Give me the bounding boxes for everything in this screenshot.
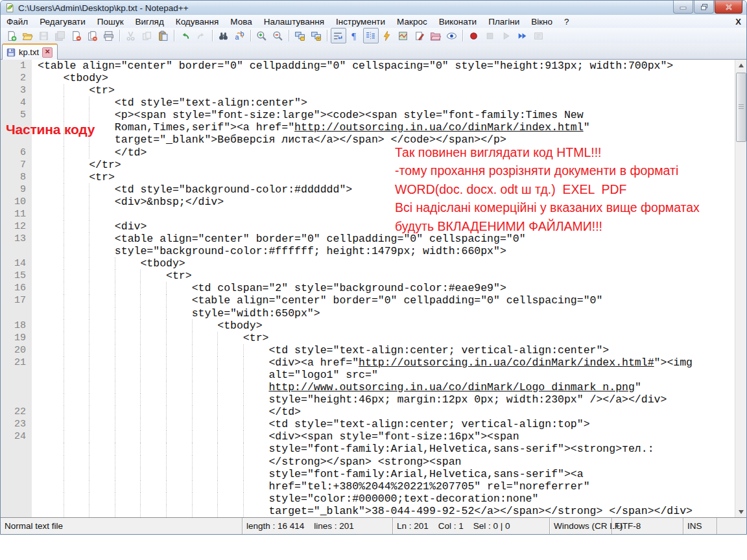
sync-horizontal-button[interactable] bbox=[309, 28, 324, 43]
vertical-scrollbar[interactable] bbox=[735, 60, 746, 517]
code-row[interactable]: 1<table align="center" border="0" cellpa… bbox=[1, 60, 735, 72]
save-all-button[interactable] bbox=[53, 28, 68, 43]
code-row[interactable]: 17 <table align="center" border="0" cell… bbox=[1, 294, 735, 307]
menu-item-settings[interactable]: Налаштування bbox=[258, 16, 330, 28]
code-row[interactable]: 20 <td style="text-align:center; vertica… bbox=[1, 344, 735, 356]
code-row[interactable]: Roman,Times,serif"><a href="http://outso… bbox=[1, 121, 735, 134]
zoom-out-button[interactable] bbox=[270, 28, 286, 43]
show-indent-guide-button[interactable] bbox=[363, 28, 379, 43]
line-number bbox=[1, 480, 32, 493]
editor-rows[interactable]: 1<table align="center" border="0" cellpa… bbox=[1, 60, 735, 517]
menu-item-encoding[interactable]: Кодування bbox=[170, 16, 224, 28]
code-row[interactable]: 4 <td style="text-align:center"> bbox=[1, 97, 735, 109]
document-map-button[interactable] bbox=[396, 28, 411, 43]
scrollbar-thumb[interactable] bbox=[736, 73, 746, 142]
indent-guide-line bbox=[166, 282, 167, 294]
menu-item-edit[interactable]: Редагувати bbox=[34, 16, 91, 28]
paste-button[interactable] bbox=[156, 28, 171, 43]
code-row[interactable]: </strong></span> <strong><span bbox=[1, 456, 735, 468]
run-macro-multiple-button[interactable] bbox=[515, 28, 530, 43]
tab-kp-txt[interactable]: kp.txt ✕ bbox=[2, 43, 58, 60]
menu-close-x-icon[interactable]: X bbox=[735, 17, 741, 27]
document-monitor-button[interactable] bbox=[444, 28, 460, 43]
code-text: style="width:650px"> bbox=[32, 307, 320, 320]
code-row[interactable]: http://www.outsorcing.in.ua/co/dinMark/L… bbox=[1, 381, 735, 393]
menu-item-search[interactable]: Пошук bbox=[91, 16, 130, 28]
scroll-up-arrow[interactable] bbox=[735, 60, 746, 71]
close-file-button[interactable] bbox=[69, 28, 84, 43]
code-row[interactable]: 18 <tbody> bbox=[1, 320, 735, 332]
show-all-characters-button[interactable]: ¶ bbox=[347, 28, 362, 43]
code-row[interactable]: style="background-color:#ffffff; height:… bbox=[1, 245, 735, 257]
code-row[interactable]: 22 </td> bbox=[1, 406, 735, 418]
line-number: 19 bbox=[1, 332, 32, 344]
code-row[interactable]: 19 <tr> bbox=[1, 332, 735, 344]
indent-guide-line bbox=[140, 430, 141, 443]
undo-button[interactable] bbox=[178, 28, 193, 43]
line-number: 18 bbox=[1, 320, 32, 332]
code-row[interactable]: 15 <tr> bbox=[1, 270, 735, 282]
menu-item-window[interactable]: Вікно bbox=[525, 16, 558, 28]
code-row[interactable]: target="_blank">38-044-499-92-52</a></sp… bbox=[1, 505, 735, 517]
copy-button[interactable] bbox=[139, 28, 155, 43]
indent-guide-line bbox=[64, 97, 64, 109]
editor[interactable]: 1<table align="center" border="0" cellpa… bbox=[1, 60, 746, 517]
code-row[interactable]: 16 <td colspan="2" style="background-col… bbox=[1, 282, 735, 294]
status-doc-type: Normal text file bbox=[1, 518, 242, 534]
function-list-button[interactable] bbox=[412, 28, 427, 43]
save-file-button[interactable] bbox=[36, 28, 52, 43]
code-row[interactable]: 2 <tbody> bbox=[1, 72, 735, 84]
code-row[interactable]: alt="logo1" src=" bbox=[1, 369, 735, 381]
menu-item-help[interactable]: ? bbox=[558, 16, 575, 28]
zoom-in-button[interactable] bbox=[254, 28, 270, 43]
code-row[interactable]: 24 <div><span style="font-size:16px"><sp… bbox=[1, 430, 735, 443]
tab-close-icon[interactable]: ✕ bbox=[42, 47, 53, 58]
code-row[interactable]: style="font-family:Arial,Helvetica,sans-… bbox=[1, 468, 735, 480]
code-row[interactable]: style="width:650px"> bbox=[1, 307, 735, 320]
word-wrap-button[interactable] bbox=[331, 28, 346, 43]
minimize-button[interactable] bbox=[673, 1, 693, 14]
code-row[interactable]: 23 <td style="text-align:center; vertica… bbox=[1, 418, 735, 430]
find-button[interactable] bbox=[216, 28, 231, 43]
menu-item-view[interactable]: Вигляд bbox=[130, 16, 170, 28]
code-row[interactable]: 5 <p><span style="font-size:large"><code… bbox=[1, 109, 735, 121]
code-row[interactable]: 3 <tr> bbox=[1, 84, 735, 97]
folder-as-workspace-button[interactable] bbox=[428, 28, 444, 43]
code-row[interactable]: 14 <tbody> bbox=[1, 257, 735, 270]
indent-guide-line bbox=[89, 468, 89, 480]
menu-item-language[interactable]: Мова bbox=[224, 16, 257, 28]
indent-guide-line bbox=[140, 468, 141, 480]
indent-guide-line bbox=[140, 270, 141, 282]
play-macro-button[interactable] bbox=[499, 28, 514, 43]
code-row[interactable]: style="height:46px; margin:12px 0px; wid… bbox=[1, 393, 735, 406]
restore-button[interactable] bbox=[694, 1, 714, 14]
new-file-button[interactable] bbox=[4, 28, 19, 43]
open-file-button[interactable] bbox=[20, 28, 36, 43]
save-macro-button[interactable] bbox=[531, 28, 547, 43]
menu-item-macro[interactable]: Макрос bbox=[391, 16, 433, 28]
replace-button[interactable]: ab bbox=[232, 28, 248, 43]
indent-guide-line bbox=[115, 393, 115, 406]
record-macro-button[interactable] bbox=[466, 28, 482, 43]
sync-vertical-button[interactable] bbox=[292, 28, 308, 43]
menu-item-run[interactable]: Виконати bbox=[433, 16, 483, 28]
stop-macro-button[interactable] bbox=[482, 28, 498, 43]
code-row[interactable]: style="color:#000000;text-decoration:non… bbox=[1, 493, 735, 505]
indent-guide-line bbox=[64, 233, 64, 245]
cut-button[interactable] bbox=[123, 28, 139, 43]
code-row[interactable]: href="tel:+380%2044%20221%207705" rel="n… bbox=[1, 480, 735, 493]
print-button[interactable] bbox=[101, 28, 117, 43]
close-button[interactable] bbox=[715, 1, 742, 14]
menu-item-tools[interactable]: Інструменти bbox=[330, 16, 391, 28]
script-lightning-button[interactable] bbox=[379, 28, 395, 43]
title-bar[interactable]: C:\Users\Admin\Desktop\kp.txt - Notepad+… bbox=[1, 1, 746, 15]
menu-item-plugins[interactable]: Плагіни bbox=[482, 16, 525, 28]
close-all-button[interactable] bbox=[85, 28, 101, 43]
redo-button[interactable] bbox=[194, 28, 209, 43]
indent-guide-line bbox=[115, 282, 115, 294]
indent-guide-line bbox=[64, 307, 64, 320]
scroll-down-arrow[interactable] bbox=[735, 506, 746, 517]
code-row[interactable]: style="font-family:Arial,Helvetica,sans-… bbox=[1, 443, 735, 455]
code-row[interactable]: 21 <div><a href="http://outsorcing.in.ua… bbox=[1, 356, 735, 369]
menu-item-file[interactable]: Файл bbox=[1, 16, 34, 28]
